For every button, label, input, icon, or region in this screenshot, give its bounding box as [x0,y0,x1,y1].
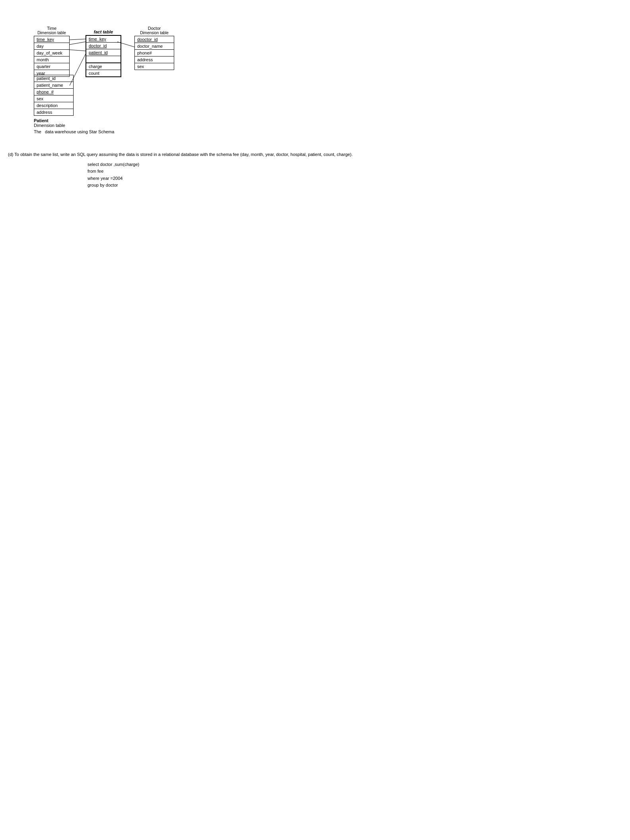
fact-row-doctor_id: doctor_id [86,43,121,49]
fact-table-title: fact table [86,29,121,34]
time-row-month: month [34,57,69,63]
patient-table: patient_id patient_name phone_# sex desc… [34,75,74,128]
doctor-table-subtitle: Dimension table [134,31,174,35]
patient-label-sub: Dimension table [34,123,74,128]
doctor-row-name: doctor_name [135,43,174,50]
time-row-time_key: time_key [34,36,69,43]
doctor-row-sex: sex [135,63,174,70]
time-row-day: day [34,43,69,50]
fact-row-time_key: time_key [86,36,121,43]
doctor-table: Doctor Dimension table dooctor_id doctor… [134,26,174,70]
fact-row-patient_id: patient_id [86,49,121,56]
sql-line-1: select doctor ,sum(charge) [88,161,622,168]
fact-row-count: count [86,70,121,76]
patient-row-name: patient_name [34,82,73,89]
patient-row-address: address [34,109,73,115]
patient-row-sex: sex [34,95,73,102]
patient-row-description: description [34,102,73,109]
sql-line-3: where year =2004 [88,175,622,182]
svg-line-2 [70,50,86,51]
patient-row-phone: phone_# [34,89,73,95]
patient-row-id: patient_id [34,75,73,82]
sql-query-block: select doctor ,sum(charge) from fee wher… [88,161,622,189]
diagram-area: Time Dimension table time_key day day_of… [8,12,622,139]
time-table-subtitle: Dimension table [34,31,70,35]
doctor-row-address: address [135,57,174,63]
sql-line-4: group by doctor [88,182,622,189]
time-row-day_of_week: day_of_week [34,50,69,57]
fact-row-spacer [86,56,121,63]
sql-line-2: from fee [88,168,622,175]
svg-line-0 [70,42,86,45]
doctor-row-id: dooctor_id [135,36,174,43]
fact-row-charge: charge [86,63,121,70]
doctor-table-title: Doctor [134,26,174,31]
fact-table: fact table time_key doctor_id patient_id… [86,29,121,77]
time-table-title: Time [34,26,70,31]
warehouse-note: The data warehouse using Star Schema [34,129,114,134]
doctor-row-phone: phone# [135,50,174,57]
svg-line-4 [70,39,86,40]
time-row-quarter: quarter [34,63,69,70]
time-table: Time Dimension table time_key day day_of… [34,26,70,77]
patient-label-main: Patient [34,118,74,123]
sql-section: (d) To obtain the same list, write an SQ… [8,151,622,189]
sql-intro: (d) To obtain the same list, write an SQ… [8,151,366,158]
